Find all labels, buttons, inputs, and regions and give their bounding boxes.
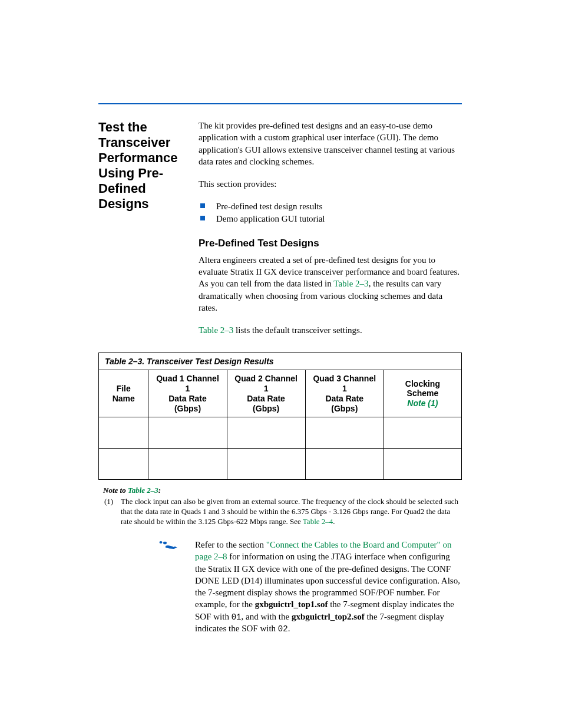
list-item: Pre-defined test design results (199, 200, 462, 212)
text: . (333, 517, 335, 526)
table-row (99, 449, 462, 480)
svg-point-0 (160, 541, 163, 543)
top-rule (98, 103, 462, 104)
results-table: Table 2–3. Transceiver Test Design Resul… (98, 353, 462, 480)
hand-point-icon (157, 540, 180, 635)
text: Data Rate (Gbps) (325, 394, 363, 413)
table-title: Table 2–3. Transceiver Test Design Resul… (99, 353, 462, 370)
reference-block: Refer to the section "Connect the Cables… (157, 539, 462, 635)
text: lists the default transceiver settings. (233, 325, 362, 335)
text: Clocking Scheme (405, 379, 440, 398)
note-item: (1) The clock input can also be given fr… (103, 497, 462, 527)
page: Test the Transceiver Performance Using P… (0, 0, 562, 694)
section-title: Test the Transceiver Performance Using P… (98, 120, 181, 347)
reference-text: Refer to the section "Connect the Cables… (195, 539, 462, 635)
table-link[interactable]: Table 2–3 (128, 486, 158, 495)
text: Data Rate (Gbps) (168, 394, 207, 413)
text: . (288, 624, 290, 633)
svg-point-1 (163, 542, 167, 545)
text: : (158, 486, 161, 495)
text: Note to (103, 486, 128, 495)
text: Quad 2 Channel 1 (234, 374, 297, 393)
text: , and with the (242, 612, 292, 621)
table-link[interactable]: Table 2–3 (333, 279, 368, 288)
col-header-q3: Quad 3 Channel 1 Data Rate (Gbps) (305, 370, 384, 417)
text: Quad 3 Channel 1 (313, 374, 376, 393)
table-link[interactable]: Table 2–4 (303, 517, 333, 526)
provides-lead: This section provides: (199, 178, 462, 190)
body-column: The kit provides pre-defined test design… (199, 120, 462, 347)
settings-paragraph: Table 2–3 lists the default transceiver … (199, 324, 462, 336)
list-item: Demo application GUI tutorial (199, 213, 462, 225)
text: Refer to the section (195, 540, 266, 549)
bullet-list: Pre-defined test design results Demo app… (199, 200, 462, 225)
sub-heading: Pre-Defined Test Designs (199, 238, 462, 249)
col-header-file: File Name (99, 370, 148, 417)
filename: gxbguictrl_top1.sof (255, 599, 328, 609)
table-header-row: File Name Quad 1 Channel 1 Data Rate (Gb… (99, 370, 462, 417)
text: Data Rate (Gbps) (247, 394, 285, 413)
two-column-layout: Test the Transceiver Performance Using P… (98, 120, 462, 347)
code-value: 02 (278, 624, 288, 634)
table-title-row: Table 2–3. Transceiver Test Design Resul… (99, 353, 462, 370)
note-text: The clock input can also be given from a… (121, 497, 462, 527)
note-number: (1) (104, 497, 116, 527)
sub-paragraph: Altera engineers created a set of pre-de… (199, 254, 462, 314)
text: The clock input can also be given from a… (121, 497, 458, 526)
note-link[interactable]: Note (1) (407, 398, 438, 408)
col-header-clock: Clocking Scheme Note (1) (384, 370, 461, 417)
note-label: Note to Table 2–3: (103, 486, 161, 495)
col-header-q1: Quad 1 Channel 1 Data Rate (Gbps) (148, 370, 227, 417)
table-link[interactable]: Table 2–3 (199, 325, 233, 335)
table-row (99, 417, 462, 449)
col-header-q2: Quad 2 Channel 1 Data Rate (Gbps) (227, 370, 305, 417)
table-note: Note to Table 2–3: (1) The clock input c… (103, 486, 462, 527)
filename: gxbguictrl_top2.sof (292, 612, 365, 621)
intro-paragraph: The kit provides pre-defined test design… (199, 120, 462, 167)
code-value: 01 (232, 612, 242, 622)
text: Quad 1 Channel 1 (156, 374, 219, 393)
